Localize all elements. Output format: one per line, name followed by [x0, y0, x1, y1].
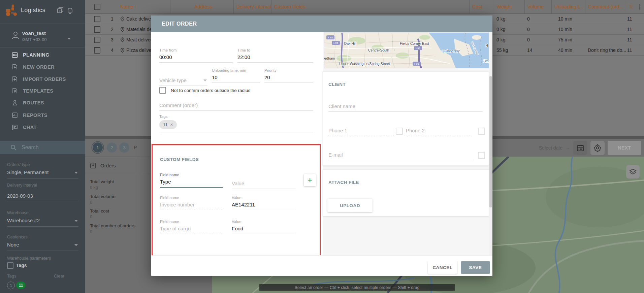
location-pin-icon: [120, 48, 125, 53]
client-name-field[interactable]: Client name: [328, 101, 483, 112]
road-shield: I-95: [333, 41, 338, 44]
cancel-button[interactable]: CANCEL: [428, 261, 457, 274]
custom-field-name-input[interactable]: Field name Type of cargo: [160, 220, 223, 234]
bar-chart-icon: [11, 112, 18, 119]
help-icon[interactable]: ?: [57, 7, 64, 14]
phone2-checkbox[interactable]: [478, 128, 485, 135]
time-from-field[interactable]: Time from 00:00: [159, 48, 233, 63]
tag-chip[interactable]: 11: [16, 282, 26, 289]
time-to-field[interactable]: Time to 22:00: [237, 48, 313, 63]
save-button[interactable]: SAVE: [461, 261, 490, 274]
tag-chip[interactable]: 11 ×: [159, 120, 177, 129]
warehouse-select[interactable]: Warehouse Warehouse #2: [7, 210, 78, 227]
layers-icon: [629, 168, 637, 175]
row-checkbox[interactable]: [94, 26, 100, 33]
tags-clear-button[interactable]: Clear: [54, 273, 64, 279]
custom-field-value-input[interactable]: Value Food: [232, 220, 296, 234]
column-volume[interactable]: Volume: [524, 0, 551, 13]
svg-text:+: +: [392, 40, 393, 43]
chevron-down-icon: [74, 244, 78, 246]
column-weight[interactable]: Weight: [494, 0, 524, 13]
page-button-1[interactable]: 1: [93, 142, 103, 153]
priority-field[interactable]: Priority 20: [264, 68, 313, 83]
page-button-3[interactable]: 3: [119, 142, 129, 153]
sidebar-item-label: CHAT: [23, 125, 37, 130]
calendar-button[interactable]: [573, 141, 587, 155]
field-value: None: [7, 242, 19, 248]
notifications-bell-icon[interactable]: [67, 7, 73, 14]
add-custom-field-button[interactable]: +: [304, 174, 316, 186]
modal-scrollbar[interactable]: [489, 32, 492, 255]
radius-checkbox[interactable]: [159, 87, 166, 94]
column-address[interactable]: Address: [170, 0, 233, 13]
column-cost[interactable]: Cost: [469, 0, 494, 13]
attach-file-heading: ATTACH FILE: [328, 180, 359, 185]
email-checkbox[interactable]: [478, 152, 485, 159]
scrollbar-thumb[interactable]: [489, 76, 492, 207]
tags-checkbox[interactable]: [7, 262, 13, 269]
calendar-icon: [576, 144, 584, 152]
delivery-interval-field[interactable]: Delivery interval 2020-09-03: [7, 183, 78, 202]
sidebar-item-import-orders[interactable]: IMPORT ORDERS: [0, 73, 85, 85]
orders-type-select[interactable]: Orders' type Single, Permanent: [7, 162, 78, 178]
table-menu-icon[interactable]: ⋮: [633, 0, 644, 13]
custom-field-name-input[interactable]: Field name Type: [160, 173, 223, 188]
order-location-map[interactable]: I-95 I-95 I-93 I-93 Oak Hill Centre-Sout…: [324, 32, 489, 68]
row-checkbox[interactable]: [94, 47, 100, 54]
row-number: 4: [104, 47, 118, 53]
column-custom-fields[interactable]: Custom Fields: [271, 0, 469, 13]
phone1-checkbox[interactable]: [396, 128, 403, 135]
custom-field-value-input[interactable]: Value AE142211: [232, 196, 296, 210]
sidebar-item-chat[interactable]: CHAT: [0, 122, 85, 133]
geofences-select[interactable]: Geofences None: [7, 235, 78, 251]
field-label: Orders' type: [7, 162, 78, 167]
column-delivery-interval[interactable]: Delivery interval: [233, 0, 271, 13]
edit-order-modal: EDIT ORDER Time from 00:00 Time to 22:00…: [151, 15, 492, 275]
client-heading: CLIENT: [328, 82, 346, 87]
custom-field-name-input[interactable]: Field name Invoice number: [160, 196, 223, 210]
row-number: 2: [104, 27, 118, 32]
field-value: 2020-09-03: [7, 193, 33, 199]
column-tags[interactable]: Tags: [626, 0, 633, 13]
row-number: 1: [104, 16, 118, 22]
email-field[interactable]: E-mail: [328, 150, 474, 160]
sidebar-item-routes[interactable]: ROUTES: [0, 97, 85, 108]
upload-button[interactable]: UPLOAD: [327, 199, 373, 212]
comment-field[interactable]: Comment (order): [159, 100, 313, 111]
remove-tag-icon[interactable]: ×: [170, 122, 173, 127]
column-unloading-time[interactable]: Unloading t...: [551, 0, 585, 13]
radius-checkbox-row[interactable]: Not to confirm orders outside the radius: [159, 87, 250, 94]
map-label: Oak Hill: [344, 41, 356, 45]
client-card: CLIENT Client name Phone 1 Phone 2 E-mai…: [323, 71, 489, 166]
row-checkbox[interactable]: [94, 16, 100, 22]
sidebar-item-templates[interactable]: TEMPLATES: [0, 85, 85, 97]
column-name[interactable]: Name ↑: [118, 0, 170, 13]
phone1-field[interactable]: Phone 1: [328, 126, 394, 136]
search-input[interactable]: Search: [0, 141, 85, 154]
user-menu-chevron-down-icon[interactable]: [67, 38, 71, 40]
sidebar-item-reports[interactable]: REPORTS: [0, 109, 85, 121]
orders-table-header: Name ↑ Address Delivery interval Custom …: [85, 0, 644, 14]
svg-text:+: +: [390, 56, 392, 59]
next-button[interactable]: NEXT: [608, 141, 641, 155]
sidebar-item-new-order[interactable]: NEW ORDER: [0, 61, 85, 73]
column-comment[interactable]: Comment (ord...: [585, 0, 626, 13]
page-button-2[interactable]: 2: [107, 142, 117, 153]
sidebar-item-planning[interactable]: PLANNING: [0, 49, 85, 61]
custom-field-value-input[interactable]: Value: [232, 178, 296, 189]
row-checkbox[interactable]: [94, 37, 100, 43]
phone2-field[interactable]: Phone 2: [406, 126, 472, 136]
unloading-cell: 10 min: [551, 16, 585, 22]
row-number: 3: [104, 37, 118, 42]
map-layers-button[interactable]: [626, 165, 640, 178]
logistics-logo-icon: [4, 3, 19, 17]
tags-field[interactable]: Tags 11 ×: [159, 115, 313, 132]
file-plus-icon: [11, 64, 18, 70]
search-placeholder: Search: [22, 144, 39, 151]
unloading-time-field[interactable]: Unloading time, min 10: [212, 68, 260, 83]
select-all-checkbox[interactable]: [94, 4, 100, 10]
vehicle-type-select[interactable]: Vehicle type: [159, 75, 207, 86]
attach-file-card: ATTACH FILE UPLOAD: [323, 169, 489, 216]
settings-button[interactable]: [590, 141, 605, 155]
user-timezone: GMT +03:00: [22, 37, 46, 42]
